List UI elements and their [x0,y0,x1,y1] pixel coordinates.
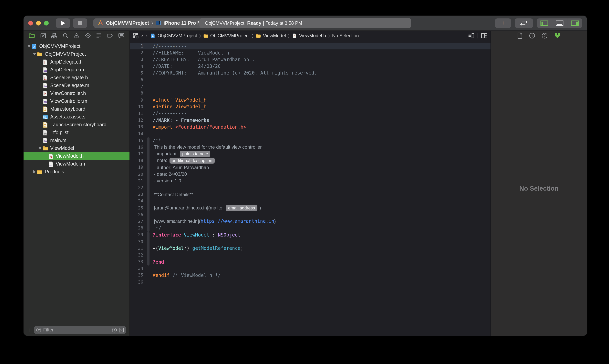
code-line[interactable]: 30 [130,238,490,245]
run-button[interactable] [56,18,70,28]
toggle-debug-area-button[interactable] [552,18,567,28]
code-line[interactable]: 1//---------- [130,43,490,49]
line-number[interactable]: 34 [130,266,146,271]
source-control-inspector-icon[interactable] [554,33,561,39]
tree-item[interactable]: AObjCMVVMProject [24,42,130,50]
code-line[interactable]: 16 This is the view model for the defaul… [130,144,490,151]
code-fold-ribbon[interactable] [147,137,149,232]
line-number[interactable]: 31 [130,246,146,251]
code-line[interactable]: 32 [130,252,490,259]
code-line[interactable]: 8 [130,90,490,97]
source-control-filter-icon[interactable] [119,327,124,332]
code-line[interactable]: 34 [130,265,490,272]
breadcrumb-item[interactable]: ObjCMVVMProject [203,33,250,39]
recents-filter-icon[interactable] [112,327,117,332]
line-number[interactable]: 8 [130,91,146,96]
code-line[interactable]: 7 [130,83,490,90]
tree-item[interactable]: PLISTInfo.plist [24,129,130,136]
tree-item[interactable]: LaunchScreen.storyboard [24,121,130,129]
code-line[interactable]: 13#import <Foundation/Foundation.h> [130,124,490,130]
tree-item[interactable]: Main.storyboard [24,105,130,113]
tree-item[interactable]: mViewModel.m [24,160,130,168]
line-number[interactable]: 24 [130,199,146,204]
line-number[interactable]: 36 [130,279,146,285]
tree-item[interactable]: Products [24,168,130,176]
line-number[interactable]: 13 [130,125,146,130]
line-number[interactable]: 25 [130,205,146,210]
code-line[interactable]: 15/** [130,137,490,144]
symbol-navigator-icon[interactable] [50,31,58,40]
stop-button[interactable] [73,18,87,28]
breadcrumb-item[interactable]: ViewModel [256,33,286,39]
line-number[interactable]: 2 [130,50,146,55]
breadcrumb-item[interactable]: AObjCMVVMProject [150,33,197,39]
tree-item[interactable]: ViewModel [24,144,130,152]
project-navigator-icon[interactable] [27,31,36,40]
code-line[interactable]: 20 - date: 24/03/20 [130,171,490,178]
line-number[interactable]: 9 [130,97,146,103]
breadcrumb-item[interactable]: No Selection [332,33,359,39]
tree-item[interactable]: mAppDelegate.m [24,66,130,74]
line-number[interactable]: 3 [130,57,146,62]
tree-item[interactable]: hViewController.h [24,90,130,97]
code-line[interactable]: 17 - important: points to note [130,151,490,157]
source-control-navigator-icon[interactable] [39,31,47,40]
tree-item[interactable]: ObjCMVVMProject [24,50,130,58]
find-navigator-icon[interactable] [61,31,70,40]
line-number[interactable]: 28 [130,226,146,231]
breadcrumb-item[interactable]: hViewModel.h [292,33,326,39]
code-fold-ribbon[interactable] [147,232,149,265]
code-line[interactable]: 25 [arun@amaranthine.co.in](mailto: emai… [130,205,490,211]
code-line[interactable]: 28 */ [130,225,490,231]
tree-item[interactable]: mSceneDelegate.m [24,82,130,90]
code-line[interactable]: 23 **Contact Details** [130,191,490,198]
filter-field[interactable]: Filter [34,326,126,334]
code-line[interactable]: 14 [130,130,490,137]
code-line[interactable]: 31+(ViewModel*) getModelReference; [130,245,490,252]
code-line[interactable]: 33@end [130,259,490,265]
line-number[interactable]: 20 [130,172,146,177]
report-navigator-icon[interactable] [117,31,126,40]
disclosure-triangle[interactable] [27,45,31,47]
code-line[interactable]: 24 [130,198,490,205]
line-number[interactable]: 33 [130,259,146,264]
code-line[interactable]: 21 - version: 1.0 [130,178,490,184]
disclosure-triangle[interactable] [38,147,42,149]
tree-item[interactable]: mmain.m [24,136,130,144]
disclosure-triangle[interactable] [32,53,37,55]
code-line[interactable]: 35#endif /* ViewModel_h */ [130,272,490,279]
code-line[interactable]: 10#define ViewModel_h [130,103,490,110]
history-inspector-icon[interactable] [529,33,535,39]
line-number[interactable]: 10 [130,104,146,109]
code-line[interactable]: 18 - note: additional description [130,157,490,164]
add-editor-icon[interactable] [481,33,487,39]
code-line[interactable]: 11//---------- [130,110,490,117]
add-file-button[interactable]: + [27,326,31,333]
forward-button[interactable]: › [146,33,147,39]
line-number[interactable]: 16 [130,145,146,150]
minimize-window-button[interactable] [36,21,41,25]
line-number[interactable]: 22 [130,185,146,190]
line-number[interactable]: 32 [130,253,146,258]
quick-help-inspector-icon[interactable]: ? [542,33,548,39]
code-line[interactable]: 29@interface ViewModel : NSObject [130,232,490,238]
code-line[interactable]: 3//CREATED BY: Arun Patwardhan on . [130,56,490,63]
breakpoint-navigator-icon[interactable] [106,31,114,40]
line-number[interactable]: 19 [130,165,146,170]
code-line[interactable]: 27 [www.amaranthine.in](https://www.amar… [130,218,490,225]
tree-item-selected[interactable]: hViewModel.h [24,152,130,160]
line-number[interactable]: 26 [130,212,146,217]
line-number[interactable]: 18 [130,158,146,163]
code-line[interactable]: 5//COPYRIGHT: Amaranthine (c) 2020. All … [130,70,490,77]
zoom-window-button[interactable] [44,21,49,25]
line-number[interactable]: 11 [130,111,146,116]
editor-options-icon[interactable] [468,33,474,39]
tree-item[interactable]: hAppDelegate.h [24,58,130,66]
line-number[interactable]: 1 [130,44,146,49]
test-navigator-icon[interactable] [83,31,92,40]
line-number[interactable]: 21 [130,179,146,183]
back-button[interactable]: ‹ [141,33,143,39]
code-line[interactable]: 2//FILENAME: ViewModel.h [130,49,490,56]
line-number[interactable]: 6 [130,77,146,82]
code-line[interactable]: 26 [130,211,490,218]
